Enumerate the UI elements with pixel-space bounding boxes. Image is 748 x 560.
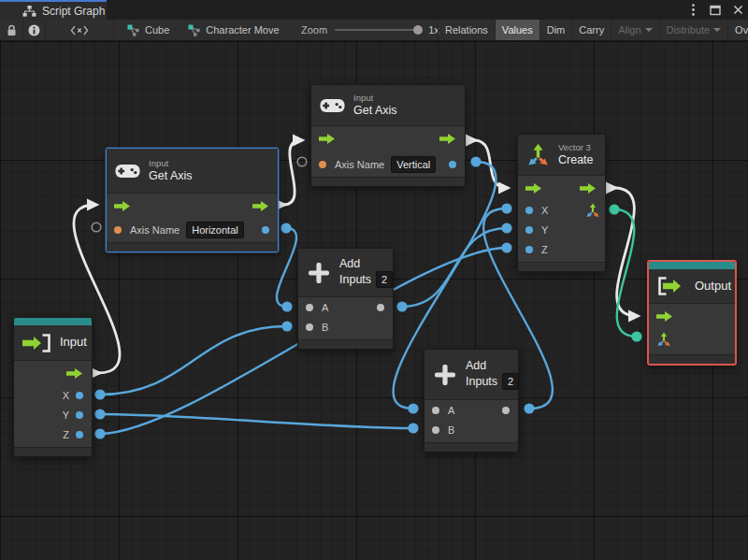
port-blue-out[interactable] xyxy=(76,392,83,399)
unity-script-graph-window: { "window": { "tab_title": "Script Graph… xyxy=(0,0,748,560)
maximize-icon[interactable] xyxy=(709,4,722,17)
port-blue-in[interactable] xyxy=(525,226,533,234)
chevron-down-icon xyxy=(645,28,653,32)
node-row: B xyxy=(298,317,393,337)
unconnected-port[interactable] xyxy=(297,157,307,166)
relations-button[interactable]: Relations xyxy=(438,20,495,40)
align-dropdown[interactable]: Align xyxy=(611,20,658,40)
float-wire[interactable] xyxy=(100,326,287,395)
float-port-dot[interactable] xyxy=(396,301,407,311)
port-blue-out[interactable] xyxy=(76,411,83,419)
port-label: X xyxy=(541,205,548,216)
float-port-dot[interactable] xyxy=(281,301,292,311)
unconnected-port[interactable] xyxy=(92,223,101,232)
toolbar-buttons: Relations Values Dim Carry Align Distrib… xyxy=(438,20,748,40)
float-port-dot[interactable] xyxy=(470,156,481,166)
node-row: B xyxy=(424,420,518,439)
float-port-dot[interactable] xyxy=(94,428,105,438)
carry-button[interactable]: Carry xyxy=(571,20,611,40)
hierarchy-icon xyxy=(22,6,36,17)
float-wire[interactable] xyxy=(100,414,413,428)
port-blue-out[interactable] xyxy=(449,161,456,168)
node-header[interactable]: AddInputs2 xyxy=(298,249,393,297)
float-port-dot[interactable] xyxy=(501,242,511,252)
port-blue-in[interactable] xyxy=(525,207,533,214)
node-get-axis-horizontal[interactable]: InputGet AxisAxis NameHorizontal xyxy=(106,148,279,252)
vector-port-dot[interactable] xyxy=(609,204,619,214)
port-blue-out[interactable] xyxy=(76,431,83,438)
flow-port-triangle[interactable] xyxy=(628,310,641,323)
node-header[interactable]: InputGet Axis xyxy=(107,149,278,194)
inputs-count-field[interactable]: 2 xyxy=(502,373,519,390)
float-port-dot[interactable] xyxy=(94,389,105,399)
port-gray-in[interactable] xyxy=(432,426,439,434)
zoom-slider[interactable] xyxy=(335,29,421,31)
flow-port-triangle[interactable] xyxy=(87,199,100,211)
flow-port-triangle[interactable] xyxy=(606,182,619,194)
float-port-dot[interactable] xyxy=(524,403,534,413)
port-gray-out[interactable] xyxy=(502,407,510,414)
flow-arrow[interactable] xyxy=(319,134,336,144)
node-header[interactable]: Output xyxy=(649,269,735,304)
distribute-dropdown[interactable]: Distribute xyxy=(659,20,727,40)
vector-port-dot[interactable] xyxy=(631,331,641,341)
flow-wire[interactable] xyxy=(283,140,301,205)
values-button[interactable]: Values xyxy=(495,20,539,40)
flow-arrow[interactable] xyxy=(439,134,456,144)
port-label: Axis Name xyxy=(130,224,180,236)
port-label: Z xyxy=(63,429,69,440)
float-wire[interactable] xyxy=(277,228,296,307)
overview-button[interactable]: Overv xyxy=(727,20,748,40)
node-row xyxy=(649,304,735,328)
node-header[interactable]: Input xyxy=(14,325,92,361)
flow-arrow[interactable] xyxy=(252,201,269,211)
inputs-count-field[interactable]: 2 xyxy=(376,271,393,288)
breadcrumb-cube[interactable]: Cube xyxy=(127,24,169,36)
value-field[interactable]: Vertical xyxy=(391,156,436,173)
zoom-slider-handle[interactable] xyxy=(413,25,423,35)
node-header[interactable]: InputGet Axis xyxy=(311,85,465,126)
float-port-dot[interactable] xyxy=(281,321,292,331)
node-output[interactable]: Output xyxy=(647,260,737,366)
node-row: Z xyxy=(518,239,605,259)
float-port-dot[interactable] xyxy=(408,423,418,433)
node-add-1[interactable]: AddInputs2AB xyxy=(297,248,394,350)
flow-arrow[interactable] xyxy=(580,183,597,194)
float-port-dot[interactable] xyxy=(408,403,418,413)
tab-script-graph[interactable]: Script Graph xyxy=(0,0,107,20)
node-get-axis-vertical[interactable]: InputGet AxisAxis NameVertical xyxy=(310,84,466,187)
node-header[interactable]: AddInputs2 xyxy=(424,350,518,400)
float-port-dot[interactable] xyxy=(280,223,291,233)
float-port-dot[interactable] xyxy=(94,409,105,419)
dim-button[interactable]: Dim xyxy=(539,20,572,40)
float-port-dot[interactable] xyxy=(501,223,511,233)
port-gray-in[interactable] xyxy=(306,304,313,311)
flow-port-triangle[interactable] xyxy=(498,182,511,194)
port-gray-in[interactable] xyxy=(306,323,313,331)
close-icon[interactable] xyxy=(731,4,744,17)
port-orange-in[interactable] xyxy=(114,226,122,234)
node-add-2[interactable]: AddInputs2AB xyxy=(424,349,519,452)
value-field[interactable]: Horizontal xyxy=(186,222,244,238)
port-blue-out[interactable] xyxy=(262,226,269,234)
flow-port-triangle[interactable] xyxy=(293,135,306,147)
flow-arrow[interactable] xyxy=(656,311,673,322)
float-wire[interactable] xyxy=(402,228,507,307)
node-input[interactable]: InputXYZ xyxy=(13,317,93,457)
info-button[interactable] xyxy=(23,20,46,40)
flow-port-triangle[interactable] xyxy=(466,135,479,147)
kebab-menu-icon[interactable] xyxy=(686,4,699,17)
port-gray-out[interactable] xyxy=(377,304,384,311)
flow-arrow[interactable] xyxy=(525,183,542,194)
node-vector3-create[interactable]: Vector 3CreateXYZ xyxy=(517,134,606,272)
node-header[interactable]: Vector 3Create xyxy=(518,135,605,176)
breadcrumb-character-move[interactable]: Character Move xyxy=(188,24,279,36)
lock-button[interactable] xyxy=(0,20,23,40)
flow-arrow[interactable] xyxy=(66,368,83,379)
code-view-button[interactable] xyxy=(46,20,114,40)
port-orange-in[interactable] xyxy=(319,161,326,168)
flow-arrow[interactable] xyxy=(114,201,131,211)
port-blue-in[interactable] xyxy=(525,246,533,253)
port-gray-in[interactable] xyxy=(432,407,439,414)
float-port-dot[interactable] xyxy=(501,203,511,213)
